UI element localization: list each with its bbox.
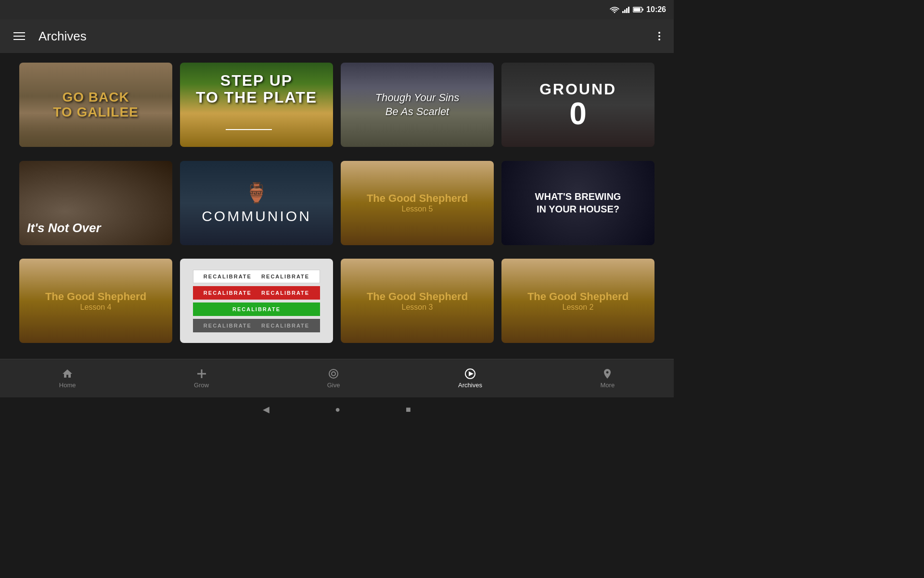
status-bar: 10:26 <box>0 0 674 19</box>
system-nav: ◀ ● ■ <box>0 397 674 421</box>
card-step-up[interactable]: STEP UPTO THE PLATE <box>180 63 333 147</box>
svg-rect-1 <box>622 11 624 13</box>
card-go-back-title: GO BACKTO GALILEE <box>53 90 139 120</box>
card-shepherd3-subtitle: Lesson 3 <box>402 303 433 312</box>
bottom-nav: Home Grow Give Archives More <box>0 359 674 397</box>
card-shepherd-4[interactable]: The Good Shepherd Lesson 4 <box>19 259 172 343</box>
card-ground-zero[interactable]: GROUND 0 <box>501 63 654 147</box>
card-recalibrate[interactable]: RECALIBRATE RECALIBRATE RECALIBRATE RECA… <box>180 259 333 343</box>
card-ground-content: GROUND 0 <box>539 80 616 129</box>
home-icon <box>62 368 73 380</box>
communion-cup-icon: 🏺 <box>244 182 269 204</box>
nav-home[interactable]: Home <box>50 364 86 393</box>
svg-rect-2 <box>624 10 626 13</box>
card-not-over-title: It's Not Over <box>27 221 101 236</box>
card-communion[interactable]: 🏺 COMMUNION <box>180 161 333 245</box>
card-shepherd4-title: The Good Shepherd <box>45 290 146 303</box>
give-icon <box>328 368 339 380</box>
content-grid: GO BACKTO GALILEE STEP UPTO THE PLATE Th… <box>0 53 674 359</box>
recents-button[interactable]: ■ <box>402 401 415 419</box>
card-shepherd-5[interactable]: The Good Shepherd Lesson 5 <box>341 161 494 245</box>
nav-give[interactable]: Give <box>318 364 350 393</box>
home-button[interactable]: ● <box>331 401 344 419</box>
grow-icon <box>196 368 207 380</box>
more-options-button[interactable] <box>654 28 664 44</box>
nav-more-label: More <box>601 381 615 389</box>
recal-bar-3: RECALIBRATE <box>193 302 321 316</box>
card-shepherd5-title: The Good Shepherd <box>367 192 468 205</box>
archives-icon <box>464 368 476 380</box>
card-shepherd2-title: The Good Shepherd <box>527 290 629 303</box>
card-shepherd-3[interactable]: The Good Shepherd Lesson 3 <box>341 259 494 343</box>
card-step-up-title: STEP UPTO THE PLATE <box>196 72 317 106</box>
nav-more[interactable]: More <box>591 364 625 393</box>
recal-bar-2: RECALIBRATE RECALIBRATE <box>193 286 321 300</box>
nav-archives[interactable]: Archives <box>449 364 492 393</box>
status-time: 10:26 <box>646 5 666 14</box>
recal-bar-1: RECALIBRATE RECALIBRATE <box>193 270 321 283</box>
card-scarlet-title: Though Your SinsBe As Scarlet <box>375 91 460 118</box>
svg-point-10 <box>329 369 338 378</box>
battery-icon <box>633 7 643 13</box>
card-not-over[interactable]: It's Not Over <box>19 161 172 245</box>
card-shepherd-2[interactable]: The Good Shepherd Lesson 2 <box>501 259 654 343</box>
nav-give-label: Give <box>327 381 340 389</box>
recalibrate-bars: RECALIBRATE RECALIBRATE RECALIBRATE RECA… <box>193 270 321 332</box>
card-ground-subtitle: 0 <box>569 98 587 129</box>
card-sins-scarlet[interactable]: Though Your SinsBe As Scarlet <box>341 63 494 147</box>
svg-point-11 <box>332 372 335 376</box>
svg-rect-6 <box>634 8 641 12</box>
more-icon <box>602 368 613 380</box>
top-bar: Archives <box>0 19 674 53</box>
recal-bar-4: RECALIBRATE RECALIBRATE <box>193 319 321 332</box>
nav-home-label: Home <box>59 381 76 389</box>
card-ground-title: GROUND <box>539 80 616 98</box>
svg-rect-4 <box>628 7 629 13</box>
card-go-back-galilee[interactable]: GO BACKTO GALILEE <box>19 63 172 147</box>
signal-icon <box>622 6 630 13</box>
card-communion-title: COMMUNION <box>202 208 311 224</box>
svg-point-0 <box>614 12 616 13</box>
back-button[interactable]: ◀ <box>259 400 273 419</box>
card-shepherd2-subtitle: Lesson 2 <box>563 303 594 312</box>
svg-rect-9 <box>197 373 206 375</box>
svg-rect-7 <box>642 9 644 11</box>
nav-archives-label: Archives <box>458 381 482 389</box>
status-icons: 10:26 <box>610 5 666 14</box>
card-shepherd3-title: The Good Shepherd <box>367 290 468 303</box>
menu-button[interactable] <box>10 28 29 44</box>
card-shepherd5-subtitle: Lesson 5 <box>402 205 433 213</box>
page-title: Archives <box>38 29 645 44</box>
svg-rect-3 <box>626 8 628 13</box>
svg-marker-13 <box>469 371 474 376</box>
nav-grow-label: Grow <box>194 381 209 389</box>
card-shepherd4-subtitle: Lesson 4 <box>80 303 112 312</box>
nav-grow[interactable]: Grow <box>184 364 218 393</box>
card-brewing-title: WHAT'S BREWINGIN YOUR HOUSE? <box>535 190 621 215</box>
card-brewing[interactable]: WHAT'S BREWINGIN YOUR HOUSE? <box>501 161 654 245</box>
wifi-icon <box>610 6 619 13</box>
